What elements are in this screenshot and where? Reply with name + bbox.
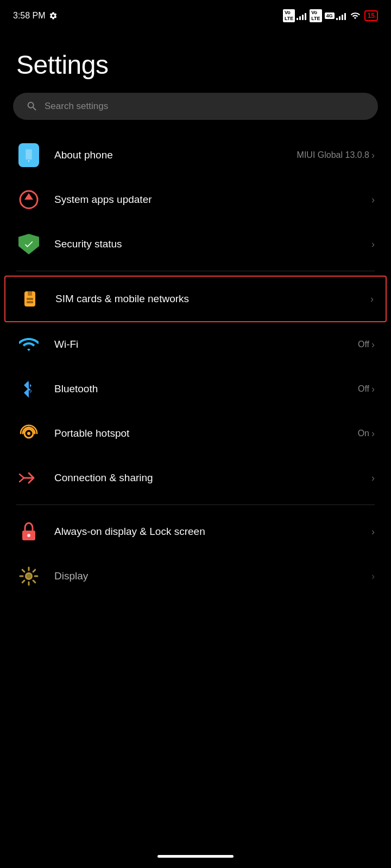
always-on-display-chevron: › (371, 526, 375, 538)
bluetooth-label: Bluetooth (54, 383, 345, 395)
settings-item-system-apps-updater[interactable]: System apps updater › (0, 177, 391, 222)
wifi-icon-wrap (16, 332, 41, 357)
settings-gear-icon (49, 11, 58, 20)
4g-badge: 4G (325, 12, 335, 20)
hotspot-right: On › (358, 428, 375, 439)
about-phone-subtitle: MIUI Global 13.0.8 (297, 150, 369, 160)
search-icon (26, 100, 38, 112)
wifi-right: Off › (358, 339, 375, 350)
bluetooth-chevron: › (371, 384, 375, 395)
sim-icon (20, 289, 40, 309)
svg-rect-1 (26, 149, 32, 159)
wifi-icon (19, 336, 39, 353)
settings-item-always-on-display[interactable]: Always-on display & Lock screen › (0, 509, 391, 554)
system-apps-label: System apps updater (54, 194, 358, 206)
signal-group-2: VoLTE 4G (310, 9, 345, 22)
page-title: Settings (0, 28, 391, 93)
svg-rect-6 (28, 291, 32, 296)
hotspot-content: Portable hotspot (54, 427, 345, 439)
settings-item-connection-sharing[interactable]: Connection & sharing › (0, 456, 391, 500)
lock-icon (20, 521, 38, 542)
status-time: 3:58 PM (13, 11, 58, 21)
status-bar: 3:58 PM VoLTE VoLTE 4G (0, 0, 391, 28)
svg-line-22 (22, 580, 24, 583)
hotspot-subtitle: On (358, 429, 369, 438)
battery-level: 15 (368, 12, 375, 20)
system-apps-chevron: › (371, 194, 375, 206)
connection-sharing-right: › (371, 473, 375, 484)
about-phone-right: MIUI Global 13.0.8 › (297, 150, 375, 161)
system-apps-content: System apps updater (54, 194, 358, 206)
connection-sharing-chevron: › (371, 473, 375, 484)
hotspot-label: Portable hotspot (54, 427, 345, 439)
security-icon-wrap (16, 232, 41, 257)
about-phone-label: About phone (54, 149, 284, 161)
shield-icon (18, 234, 39, 254)
search-placeholder: Search settings (45, 101, 108, 112)
sim-cards-content: SIM cards & mobile networks (55, 293, 357, 305)
settings-item-sim-cards[interactable]: SIM cards & mobile networks › (4, 276, 387, 322)
display-chevron: › (371, 571, 375, 582)
wifi-status-icon (349, 11, 361, 21)
bluetooth-icon-wrap (16, 376, 41, 401)
svg-point-14 (27, 574, 31, 578)
svg-line-20 (33, 580, 35, 583)
system-apps-right: › (371, 194, 375, 206)
svg-point-12 (27, 534, 30, 537)
about-phone-chevron: › (371, 150, 375, 161)
hotspot-chevron: › (371, 428, 375, 439)
always-on-display-label: Always-on display & Lock screen (54, 526, 358, 538)
search-bar[interactable]: Search settings (13, 93, 378, 120)
settings-item-portable-hotspot[interactable]: Portable hotspot On › (0, 411, 391, 456)
settings-item-display[interactable]: Display › (0, 554, 391, 598)
battery-indicator: 15 (364, 10, 378, 21)
settings-item-wifi[interactable]: Wi-Fi Off › (0, 322, 391, 367)
divider-2 (16, 505, 375, 505)
bluetooth-subtitle: Off (358, 384, 369, 394)
display-content: Display (54, 570, 358, 582)
display-right: › (371, 571, 375, 582)
settings-item-bluetooth[interactable]: Bluetooth Off › (0, 367, 391, 411)
status-icons: VoLTE VoLTE 4G 15 (283, 9, 378, 22)
bluetooth-icon (21, 379, 36, 399)
security-status-right: › (371, 239, 375, 250)
hotspot-icon (18, 423, 39, 444)
bluetooth-right: Off › (358, 384, 375, 395)
bottom-bar (0, 848, 391, 868)
svg-rect-7 (27, 298, 33, 300)
security-status-content: Security status (54, 238, 358, 250)
svg-line-19 (22, 570, 24, 572)
wifi-label: Wi-Fi (54, 339, 345, 350)
svg-line-21 (33, 570, 35, 572)
sim-cards-label: SIM cards & mobile networks (55, 293, 357, 305)
wifi-subtitle: Off (358, 340, 369, 349)
svg-point-10 (27, 432, 30, 435)
update-icon (19, 190, 39, 209)
signal-bars-2 (336, 11, 346, 20)
volte-badge-2: VoLTE (310, 9, 321, 22)
connection-sharing-content: Connection & sharing (54, 472, 358, 484)
display-label: Display (54, 570, 358, 582)
settings-item-about-phone[interactable]: About phone MIUI Global 13.0.8 › (0, 133, 391, 177)
divider-1 (16, 271, 375, 271)
always-on-display-right: › (371, 526, 375, 538)
volte-badge-1: VoLTE (283, 9, 295, 22)
bottom-indicator (157, 855, 234, 858)
display-icon (19, 566, 39, 586)
settings-item-security-status[interactable]: Security status › (0, 222, 391, 266)
lock-icon-wrap (16, 519, 41, 544)
connection-icon (18, 468, 39, 488)
svg-point-2 (28, 161, 29, 162)
about-phone-icon-wrap (16, 143, 41, 168)
wifi-chevron: › (371, 339, 375, 350)
svg-marker-4 (24, 193, 33, 200)
sim-icon-wrap (17, 286, 42, 311)
signal-bars-1 (297, 11, 306, 20)
hotspot-icon-wrap (16, 421, 41, 446)
sim-cards-right: › (370, 293, 374, 305)
about-phone-content: About phone (54, 149, 284, 161)
security-status-chevron: › (371, 239, 375, 250)
display-icon-wrap (16, 564, 41, 589)
connection-icon-wrap (16, 465, 41, 490)
bluetooth-content: Bluetooth (54, 383, 345, 395)
